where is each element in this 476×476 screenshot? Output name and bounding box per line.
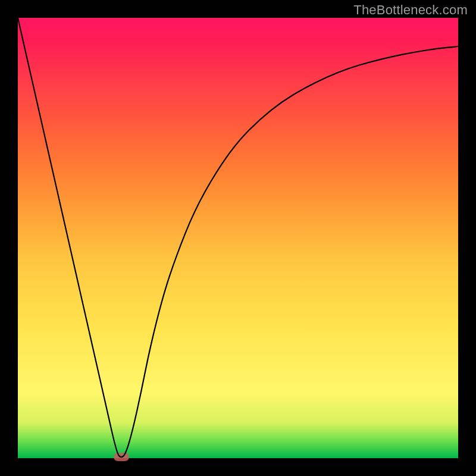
chart-stage: TheBottleneck.com — [0, 0, 476, 476]
plot-area — [18, 18, 458, 458]
watermark-text: TheBottleneck.com — [353, 2, 468, 18]
minimum-marker — [114, 453, 129, 461]
